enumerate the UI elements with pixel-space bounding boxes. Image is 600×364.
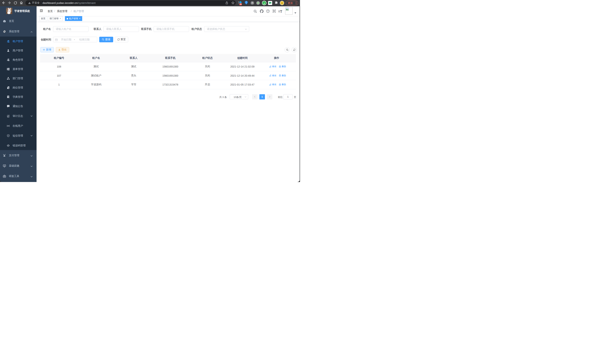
svg-text:y: y [263,2,265,4]
svg-text:⌘: ⌘ [251,1,253,4]
svg-text:10: 10 [240,3,242,5]
svg-text:?: ? [267,10,269,12]
